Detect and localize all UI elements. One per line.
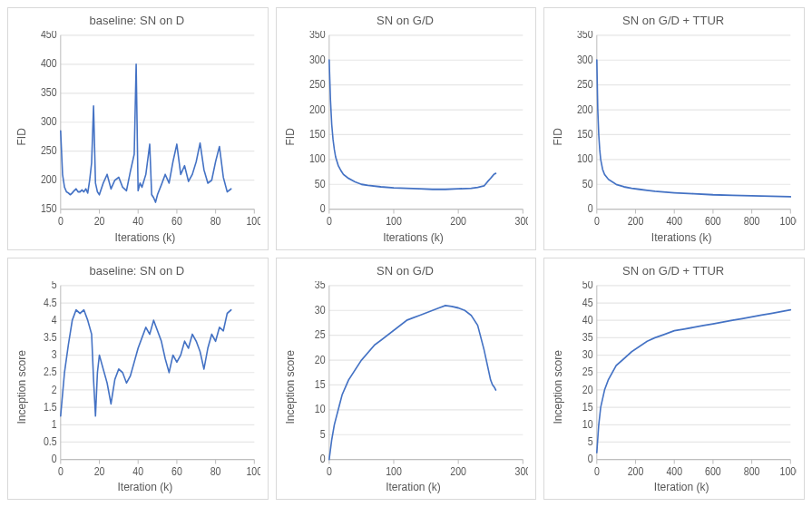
chart-title: SN on G/D [282, 14, 529, 27]
y-tick-label: 300 [41, 116, 57, 128]
y-tick-label: 350 [309, 31, 326, 41]
chart-body: 051015202530350100200300Iteration (k) [298, 281, 529, 494]
y-tick-label: 30 [582, 348, 593, 360]
y-tick-label: 40 [582, 314, 593, 326]
chart-panel-bot-right: SN on G/D + TTURInception score051015202… [543, 258, 805, 501]
chart-title: baseline: SN on D [14, 264, 260, 278]
x-tick-label: 1000 [780, 215, 797, 227]
chart-panel-top-right: SN on G/D + TTURFID050100150200250300350… [543, 7, 805, 250]
x-axis-label: Iterations (k) [30, 231, 260, 244]
y-tick-label: 250 [577, 79, 593, 91]
x-tick-label: 20 [94, 215, 105, 227]
y-tick-label: 350 [41, 87, 57, 99]
y-tick-label: 3.5 [44, 331, 57, 343]
y-axis-label: FID [282, 31, 298, 244]
y-tick-label: 0 [52, 453, 57, 464]
chart-body: 0501001502002503003500100200300Iteration… [298, 31, 529, 244]
chart-title: SN on G/D + TTUR [550, 264, 797, 278]
x-axis-label: Iterations (k) [298, 231, 529, 244]
y-tick-label: 250 [41, 145, 57, 157]
x-tick-label: 800 [744, 464, 760, 476]
y-tick-label: 3 [52, 348, 57, 360]
y-axis-label: FID [14, 31, 30, 244]
chart-svg: 00.511.522.533.544.55020406080100 [30, 281, 260, 480]
y-axis-label: Inception score [14, 281, 30, 494]
y-tick-label: 0 [319, 453, 325, 464]
y-tick-label: 300 [577, 54, 593, 65]
chart-title: SN on G/D [282, 264, 529, 278]
y-tick-label: 250 [309, 79, 326, 91]
chart-body: 05010015020025030035002004006008001000It… [566, 31, 797, 244]
x-tick-label: 0 [594, 464, 600, 476]
y-tick-label: 5 [588, 435, 593, 447]
y-tick-label: 20 [314, 354, 325, 366]
chart-wrap: Inception score0510152025303540455002004… [550, 281, 797, 494]
y-tick-label: 0 [588, 203, 593, 215]
y-tick-label: 50 [582, 281, 593, 291]
x-axis-label: Iterations (k) [566, 231, 797, 244]
x-tick-label: 40 [132, 215, 143, 227]
x-tick-label: 400 [667, 215, 683, 227]
y-tick-label: 45 [582, 297, 593, 308]
series-line [328, 60, 495, 189]
y-tick-label: 200 [41, 174, 57, 186]
y-tick-label: 200 [577, 103, 593, 115]
series-line [597, 309, 790, 452]
x-tick-label: 0 [327, 464, 332, 476]
y-tick-label: 0 [319, 203, 325, 215]
chart-svg: 05010015020025030035002004006008001000 [566, 31, 797, 229]
x-tick-label: 60 [171, 464, 182, 476]
chart-title: SN on G/D + TTUR [550, 14, 797, 27]
chart-wrap: FID0501001502002503003500200400600800100… [550, 31, 797, 244]
y-tick-label: 100 [577, 153, 593, 165]
y-tick-label: 350 [577, 31, 593, 41]
x-tick-label: 300 [514, 464, 528, 476]
chart-body: 150200250300350400450020406080100Iterati… [30, 31, 260, 244]
y-tick-label: 150 [41, 203, 57, 215]
y-axis-label: FID [550, 31, 566, 244]
series-line [61, 309, 231, 415]
y-tick-label: 20 [582, 383, 593, 395]
series-line [61, 64, 231, 202]
chart-body: 00.511.522.533.544.55020406080100Iterati… [30, 281, 260, 494]
y-tick-label: 1 [52, 418, 57, 430]
chart-wrap: Inception score00.511.522.533.544.550204… [14, 281, 260, 494]
y-tick-label: 10 [314, 403, 325, 414]
series-line [597, 60, 790, 197]
y-tick-label: 5 [52, 281, 57, 291]
x-tick-label: 600 [705, 215, 721, 227]
y-tick-label: 35 [582, 331, 593, 343]
y-tick-label: 50 [314, 178, 325, 190]
y-tick-label: 15 [314, 378, 325, 390]
chart-svg: 0501001502002503003500100200300 [298, 31, 529, 229]
y-tick-label: 4 [52, 314, 57, 326]
x-tick-label: 800 [744, 215, 760, 227]
x-tick-label: 600 [705, 464, 721, 476]
x-tick-label: 0 [594, 215, 600, 227]
x-axis-label: Iteration (k) [566, 481, 797, 493]
x-tick-label: 300 [514, 215, 528, 227]
chart-body: 0510152025303540455002004006008001000Ite… [566, 281, 797, 494]
y-tick-label: 15 [582, 401, 593, 413]
chart-svg: 051015202530350100200300 [298, 281, 529, 480]
chart-wrap: FID0501001502002503003500100200300Iterat… [282, 31, 529, 244]
x-axis-label: Iteration (k) [30, 481, 260, 493]
y-tick-label: 300 [309, 54, 326, 65]
x-tick-label: 100 [386, 464, 402, 476]
y-axis-label: Inception score [550, 281, 566, 494]
x-tick-label: 100 [246, 215, 259, 227]
y-tick-label: 150 [309, 128, 326, 140]
chart-panel-top-left: baseline: SN on DFID15020025030035040045… [7, 7, 269, 250]
y-tick-label: 200 [309, 103, 326, 115]
y-axis-label: Inception score [282, 281, 298, 494]
x-tick-label: 200 [450, 464, 466, 476]
y-tick-label: 1.5 [44, 401, 57, 413]
chart-wrap: FID150200250300350400450020406080100Iter… [14, 31, 260, 244]
y-tick-label: 150 [577, 128, 593, 140]
x-tick-label: 0 [58, 215, 64, 227]
y-tick-label: 5 [319, 428, 325, 440]
chart-svg: 0510152025303540455002004006008001000 [566, 281, 797, 480]
y-tick-label: 100 [309, 153, 326, 165]
x-tick-label: 0 [327, 215, 332, 227]
chart-wrap: Inception score051015202530350100200300I… [282, 281, 529, 494]
